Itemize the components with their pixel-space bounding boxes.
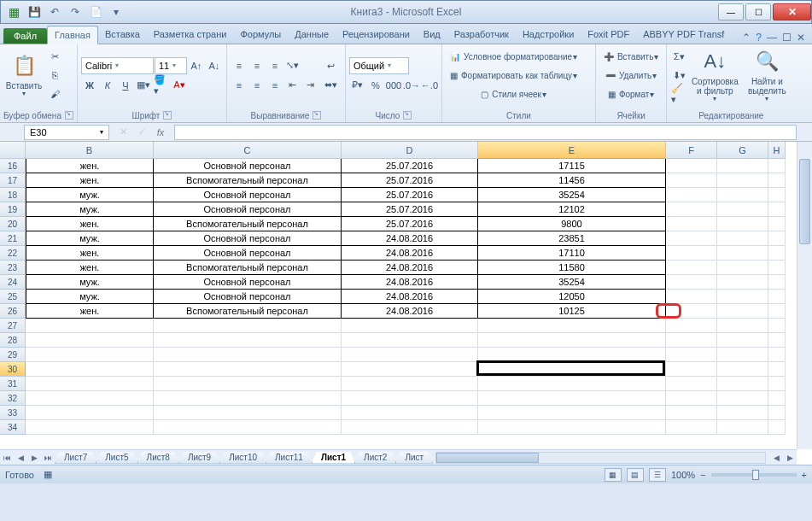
cell-C25[interactable]: Основной персонал bbox=[154, 290, 342, 304]
cell-E16[interactable]: 17115 bbox=[478, 159, 666, 173]
cell-B25[interactable]: муж. bbox=[26, 290, 154, 304]
wrap-text-button[interactable]: ↩ bbox=[321, 57, 342, 74]
cell-B23[interactable]: жен. bbox=[26, 260, 154, 275]
tab-формулы[interactable]: Формулы bbox=[233, 26, 288, 44]
minimize-button[interactable]: — bbox=[718, 3, 744, 20]
cell-B29[interactable] bbox=[26, 348, 154, 362]
cell-B31[interactable] bbox=[26, 377, 154, 391]
macro-record-icon[interactable]: ▦ bbox=[39, 466, 56, 483]
cell-D26[interactable]: 24.08.2016 bbox=[342, 304, 478, 319]
cell-B19[interactable]: муж. bbox=[26, 202, 154, 217]
file-tab[interactable]: Файл bbox=[3, 28, 47, 44]
new-button[interactable]: 📄 bbox=[86, 3, 105, 21]
cell-F33[interactable] bbox=[666, 406, 717, 420]
hscroll-left[interactable]: ◀ bbox=[769, 451, 783, 465]
horizontal-scrollbar[interactable] bbox=[435, 452, 766, 464]
cell-F27[interactable] bbox=[666, 319, 717, 333]
row-header-21[interactable]: 21 bbox=[0, 231, 26, 246]
cell-F24[interactable] bbox=[666, 275, 717, 290]
cell-H21[interactable] bbox=[768, 231, 786, 246]
orientation-button[interactable]: ⤡▾ bbox=[284, 57, 301, 74]
tab-данные[interactable]: Данные bbox=[288, 26, 336, 44]
cell-D28[interactable] bbox=[342, 333, 478, 348]
zoom-slider[interactable] bbox=[711, 473, 797, 477]
qat-customize[interactable]: ▾ bbox=[107, 3, 126, 21]
cell-H30[interactable] bbox=[768, 362, 786, 377]
cell-B22[interactable]: жен. bbox=[26, 246, 154, 260]
cell-D25[interactable]: 24.08.2016 bbox=[342, 290, 478, 304]
clipboard-launcher[interactable] bbox=[65, 111, 73, 120]
page-break-view-button[interactable]: ☰ bbox=[649, 468, 666, 482]
cell-C27[interactable] bbox=[154, 319, 342, 333]
close-button[interactable]: ✕ bbox=[773, 3, 811, 20]
cell-G32[interactable] bbox=[717, 391, 768, 406]
cell-B21[interactable]: муж. bbox=[26, 231, 154, 246]
cell-C29[interactable] bbox=[154, 348, 342, 362]
row-header-19[interactable]: 19 bbox=[0, 202, 26, 217]
cell-G33[interactable] bbox=[717, 406, 768, 420]
cell-B17[interactable]: жен. bbox=[26, 173, 154, 188]
cell-H29[interactable] bbox=[768, 348, 786, 362]
sheet-nav-first[interactable]: ⏮ bbox=[0, 451, 14, 465]
cell-G23[interactable] bbox=[717, 260, 768, 275]
sheet-tab-Лист10[interactable]: Лист10 bbox=[219, 452, 266, 464]
row-header-28[interactable]: 28 bbox=[0, 333, 26, 348]
cell-E25[interactable]: 12050 bbox=[478, 290, 666, 304]
name-box[interactable]: E30▾ bbox=[24, 125, 109, 140]
cell-C26[interactable]: Вспомогательный персонал bbox=[154, 304, 342, 319]
align-middle-button[interactable]: ≡ bbox=[248, 57, 266, 74]
cell-G18[interactable] bbox=[717, 188, 768, 202]
column-header-B[interactable]: B bbox=[26, 142, 154, 159]
cell-F32[interactable] bbox=[666, 391, 717, 406]
sheet-tab-Лист8[interactable]: Лист8 bbox=[137, 452, 179, 464]
insert-cells-button[interactable]: ➕ Вставить ▾ bbox=[599, 48, 663, 65]
format-cells-button[interactable]: ▦ Формат ▾ bbox=[599, 85, 663, 102]
cell-D33[interactable] bbox=[342, 406, 478, 420]
cell-styles-button[interactable]: ▢ Стили ячеек ▾ bbox=[446, 85, 581, 102]
cell-F26[interactable] bbox=[666, 304, 717, 319]
paste-button[interactable]: 📋 Вставить▾ bbox=[3, 46, 44, 104]
cell-E17[interactable]: 11456 bbox=[478, 173, 666, 188]
cell-D27[interactable] bbox=[342, 319, 478, 333]
cell-F17[interactable] bbox=[666, 173, 717, 188]
row-header-25[interactable]: 25 bbox=[0, 290, 26, 304]
cell-D17[interactable]: 25.07.2016 bbox=[342, 173, 478, 188]
format-as-table-button[interactable]: ▦ Форматировать как таблицу ▾ bbox=[446, 67, 581, 84]
column-header-G[interactable]: G bbox=[717, 142, 768, 159]
formula-input[interactable] bbox=[174, 125, 797, 140]
maximize-button[interactable]: ☐ bbox=[745, 3, 771, 20]
cell-C16[interactable]: Основной персонал bbox=[154, 159, 342, 173]
cell-E18[interactable]: 35254 bbox=[478, 188, 666, 202]
sheet-tab-Лист9[interactable]: Лист9 bbox=[178, 452, 220, 464]
tab-главная[interactable]: Главная bbox=[47, 26, 98, 44]
increase-decimal-button[interactable]: .0→ bbox=[403, 77, 420, 94]
cell-B20[interactable]: жен. bbox=[26, 217, 154, 231]
cell-C17[interactable]: Вспомогательный персонал bbox=[154, 173, 342, 188]
tab-abbyy pdf transf[interactable]: ABBYY PDF Transf bbox=[636, 26, 731, 44]
italic-button[interactable]: К bbox=[99, 77, 116, 94]
sheet-tab-Лист2[interactable]: Лист2 bbox=[354, 452, 396, 464]
cell-H19[interactable] bbox=[768, 202, 786, 217]
decrease-indent-button[interactable]: ⇤ bbox=[284, 77, 301, 94]
cell-H34[interactable] bbox=[768, 420, 786, 435]
cell-E29[interactable] bbox=[478, 348, 666, 362]
fill-color-button[interactable]: 🪣▾ bbox=[153, 77, 170, 94]
cell-F16[interactable] bbox=[666, 159, 717, 173]
align-bottom-button[interactable]: ≡ bbox=[266, 57, 283, 74]
cell-G22[interactable] bbox=[717, 246, 768, 260]
align-right-button[interactable]: ≡ bbox=[266, 77, 283, 94]
cell-G24[interactable] bbox=[717, 275, 768, 290]
cell-H16[interactable] bbox=[768, 159, 786, 173]
cell-F20[interactable] bbox=[666, 217, 717, 231]
cell-G26[interactable] bbox=[717, 304, 768, 319]
cell-B24[interactable]: муж. bbox=[26, 275, 154, 290]
column-header-C[interactable]: C bbox=[154, 142, 342, 159]
row-header-32[interactable]: 32 bbox=[0, 391, 26, 406]
cell-C33[interactable] bbox=[154, 406, 342, 420]
cell-C18[interactable]: Основной персонал bbox=[154, 188, 342, 202]
sheet-tab-Лист1[interactable]: Лист1 bbox=[312, 452, 355, 464]
cell-G31[interactable] bbox=[717, 377, 768, 391]
format-painter-button[interactable]: 🖌 bbox=[46, 85, 63, 102]
cell-D20[interactable]: 25.07.2016 bbox=[342, 217, 478, 231]
cell-F18[interactable] bbox=[666, 188, 717, 202]
